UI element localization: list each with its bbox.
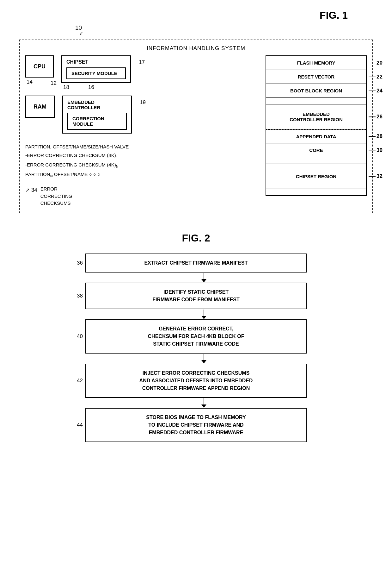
arrow-head-3 <box>201 360 206 363</box>
boot-block-row: BOOT BLOCK REGION 24 <box>266 84 366 98</box>
correction-module-box: CORRECTION MODULE <box>67 113 127 130</box>
arrow-line-2 <box>204 310 204 316</box>
spacer-row-3 <box>266 189 366 195</box>
flow-box-40: GENERATE ERROR CORRECT, CHECKSUM FOR EAC… <box>85 319 307 354</box>
arrow-head-4 <box>201 404 206 408</box>
partition-subN: N <box>116 165 119 168</box>
arrow-down-icon: ↙ <box>79 30 83 36</box>
appended-data-row: APPENDED DATA 28 <box>266 129 366 143</box>
ec-checksums-l2: CORRECTING <box>40 193 72 199</box>
fig1-title: FIG. 1 <box>19 9 373 21</box>
ref-36: 36 <box>70 260 85 266</box>
flow-step-42: 42 INJECT ERROR CORRECTING CHECKSUMS AND… <box>70 364 322 398</box>
flow-step-40: 40 GENERATE ERROR CORRECT, CHECKSUM FOR … <box>70 319 322 354</box>
ref-30: 30 <box>377 147 383 154</box>
flow-box-44: STORE BIOS IMAGE TO FLASH MEMORY TO INCL… <box>85 408 307 442</box>
flow-step-36: 36 EXTRACT CHIPSET FIRMWARE MANIFEST <box>70 254 322 273</box>
flow-box-36: EXTRACT CHIPSET FIRMWARE MANIFEST <box>85 254 307 273</box>
arrow-34: ↗ <box>25 187 30 193</box>
ref-26-line <box>369 116 376 117</box>
chipset-label: CHIPSET <box>66 59 126 65</box>
spacer-row-1 <box>266 98 366 104</box>
ref-16: 16 <box>88 84 94 91</box>
ihs-left-panel: CPU 14 12 CHIPSET SECURITY MODULE 17 <box>25 55 250 207</box>
arrow-head-2 <box>201 316 206 319</box>
ref-17: 17 <box>139 59 145 66</box>
ref-40: 40 <box>70 333 85 340</box>
dashed-arrows-svg <box>231 142 262 174</box>
ec-group: EMBEDDED CONTROLLER CORRECTION MODULE <box>62 96 132 134</box>
arrow-inner <box>201 273 206 282</box>
cpu-box: CPU <box>25 55 54 78</box>
reset-vector-row: RESET VECTOR 22 <box>266 70 366 84</box>
ref-30-line <box>369 150 376 151</box>
security-module-box: SECURITY MODULE <box>66 67 126 79</box>
ref-20-line <box>369 63 376 63</box>
ihs-container: INFORMATION HANDLING SYSTEM CPU 14 12 <box>19 40 373 213</box>
ref-34: ↗ 34 <box>25 186 37 194</box>
arrow-line-4 <box>204 398 204 404</box>
flow-box-42: INJECT ERROR CORRECTING CHECKSUMS AND AS… <box>85 364 307 398</box>
ref-18: 18 <box>63 84 69 91</box>
flowchart: 36 EXTRACT CHIPSET FIRMWARE MANIFEST 38 … <box>19 254 373 442</box>
ec-checksums-l3: CHECKSUMS <box>40 200 71 206</box>
ihs-label: INFORMATION HANDLING SYSTEM <box>25 45 367 52</box>
fig2-title: FIG. 2 <box>19 232 373 244</box>
ref-20: 20 <box>377 60 383 66</box>
flow-box-38: IDENTIFY STATIC CHIPSET FIRMWARE CODE FR… <box>85 283 307 309</box>
ref-22: 22 <box>377 74 383 80</box>
ref-32: 32 <box>377 173 383 179</box>
flash-memory-diagram-container: FLASH MEMORY 20 RESET VECTOR 22 BOOT BLO… <box>266 55 367 207</box>
arrow-inner-3 <box>201 354 206 363</box>
ec-checksums-area: ↗ 34 ERROR CORRECTING CHECKSUMS <box>25 185 250 207</box>
chipset-group: CHIPSET SECURITY MODULE <box>61 55 131 83</box>
ref-42: 42 <box>70 378 85 384</box>
ref-22-line <box>369 77 376 77</box>
arrow-38-40 <box>70 309 322 319</box>
ref-26: 26 <box>377 114 383 120</box>
flow-step-38: 38 IDENTIFY STATIC CHIPSET FIRMWARE CODE… <box>70 283 322 309</box>
ref-28-line <box>369 136 376 137</box>
fig2-section: FIG. 2 36 EXTRACT CHIPSET FIRMWARE MANIF… <box>19 232 373 442</box>
core-row: CORE 30 <box>266 143 366 157</box>
ref-12: 12 <box>51 80 57 86</box>
arrow-40-42 <box>70 354 322 364</box>
ref-24-line <box>369 91 376 91</box>
partition-sub1: 1 <box>116 155 118 159</box>
arrow-42-44 <box>70 398 322 408</box>
ram-box: RAM <box>25 96 55 118</box>
arrow-36-38 <box>70 273 322 283</box>
arrow-inner-2 <box>201 310 206 319</box>
arrow-inner-4 <box>201 398 206 408</box>
ref-14: 14 <box>27 79 33 85</box>
arrow-line <box>204 273 204 279</box>
chipset-region-row: CHIPSET REGION 32 <box>266 164 366 189</box>
ref-28: 28 <box>377 133 383 140</box>
partition-line1: PARTITION, OFFSET/NAME/SIZE/HASH VALVE <box>25 144 129 149</box>
partition-offset: OFFSET/NAME ○ ○ ○ <box>53 172 101 177</box>
ec-checksums-l1: ERROR <box>40 186 58 191</box>
partition-line2: -ERROR CORRECTING CHECKSUM (4K)1 <box>25 153 118 158</box>
partition-line4: PARTITIONN OFFSET/NAME ○ ○ ○ <box>25 172 100 177</box>
ref-32-line <box>369 176 376 177</box>
arrow-head <box>201 279 206 282</box>
partition-line3: -ERROR CORRECTING CHECKSUM (4K)N <box>25 162 119 167</box>
ec-region-row: EMBEDDED CONTROLLER REGION 26 <box>266 104 366 129</box>
flow-step-44: 44 STORE BIOS IMAGE TO FLASH MEMORY TO I… <box>70 408 322 442</box>
partition-subN2: N <box>50 174 53 178</box>
ref-19: 19 <box>140 99 146 106</box>
flash-memory-row: FLASH MEMORY 20 <box>266 56 366 70</box>
arrow-line-3 <box>204 354 204 360</box>
ref-44: 44 <box>70 422 85 428</box>
partition-text-block: PARTITION, OFFSET/NAME/SIZE/HASH VALVE -… <box>25 142 250 179</box>
ref-38: 38 <box>70 293 85 299</box>
ref-24: 24 <box>377 88 383 94</box>
ec-label: EMBEDDED CONTROLLER <box>67 99 127 110</box>
spacer-row-2 <box>266 157 366 164</box>
flash-memory-diagram: FLASH MEMORY 20 RESET VECTOR 22 BOOT BLO… <box>266 55 367 196</box>
